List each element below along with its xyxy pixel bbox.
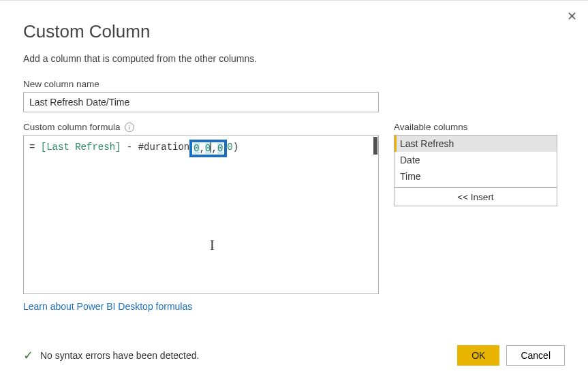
ok-button[interactable]: OK	[457, 345, 499, 366]
scrollbar-thumb[interactable]	[373, 137, 377, 155]
dialog-title: Custom Column	[23, 21, 565, 42]
available-columns-label: Available columns	[394, 122, 557, 132]
learn-formulas-link[interactable]: Learn about Power BI Desktop formulas	[23, 301, 192, 312]
formula-token-eq: =	[29, 142, 41, 153]
text-caret	[211, 142, 211, 153]
available-column-item[interactable]: Date	[394, 152, 557, 168]
formula-arg-1: 0	[194, 143, 199, 154]
formula-token-paren: )	[233, 142, 238, 153]
cancel-button[interactable]: Cancel	[506, 345, 565, 366]
available-columns-section: Available columns Last Refresh Date Time…	[394, 122, 557, 313]
ibeam-cursor-icon: I	[210, 238, 215, 253]
formula-token-column: [Last Refresh]	[41, 142, 121, 153]
formula-editor[interactable]: = [Last Refresh] - #duration0,0,00) I	[23, 135, 379, 294]
dialog-footer: ✓ No syntax errors have been detected. O…	[23, 345, 565, 366]
column-name-input[interactable]	[23, 92, 379, 112]
check-icon: ✓	[23, 348, 33, 363]
formula-token-fn: - #duration	[121, 142, 189, 153]
syntax-status: No syntax errors have been detected.	[40, 350, 450, 361]
insert-column-button[interactable]: << Insert	[394, 187, 557, 206]
available-column-item[interactable]: Time	[394, 168, 557, 185]
column-name-label: New column name	[23, 79, 565, 89]
custom-column-dialog: ✕ Custom Column Add a column that is com…	[0, 0, 588, 382]
formula-arg-3: 0	[217, 143, 223, 154]
dialog-subtitle: Add a column that is computed from the o…	[23, 53, 565, 64]
formula-label: Custom column formula	[23, 122, 121, 132]
available-columns-list: Last Refresh Date Time	[394, 135, 557, 188]
formula-arg-2: 0	[205, 143, 211, 154]
formula-arg-4: 0	[227, 142, 232, 153]
close-icon[interactable]: ✕	[567, 9, 577, 24]
info-icon[interactable]: i	[125, 123, 134, 132]
formula-highlight-box: 0,0,0	[189, 140, 227, 157]
available-column-item[interactable]: Last Refresh	[394, 136, 557, 152]
formula-section: Custom column formula i = [Last Refresh]…	[23, 122, 379, 313]
